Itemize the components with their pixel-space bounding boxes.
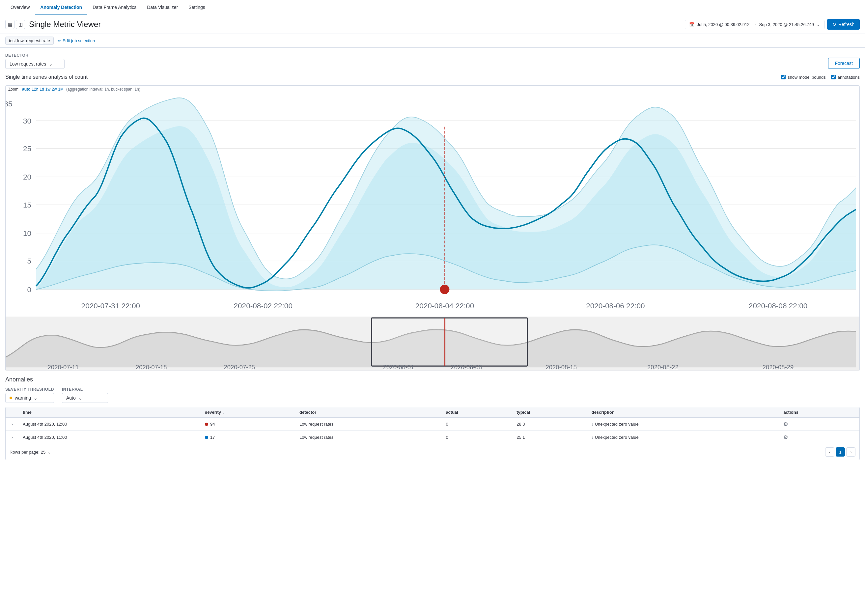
desc-text: Unexpected zero value xyxy=(595,435,639,440)
filters-row: Severity threshold warning ⌄ Interval Au… xyxy=(5,387,860,403)
table-header-row: time severity ↓ detector actual typical … xyxy=(6,407,859,418)
col-description: description xyxy=(588,407,780,418)
chevron-down-icon: ⌄ xyxy=(49,61,53,66)
zoom-auto[interactable]: auto xyxy=(22,87,30,91)
date-range: 📅 Jul 5, 2020 @ 00:39:02.912 → Sep 3, 20… xyxy=(685,19,860,30)
row-description: ↓ Unexpected zero value xyxy=(588,431,780,444)
svg-text:2020-08-08 22:00: 2020-08-08 22:00 xyxy=(749,302,808,310)
header-icons: ▩ ◫ xyxy=(5,20,25,29)
main-content: Detector Low request rates ⌄ Forecast Si… xyxy=(0,48,865,465)
gear-icon[interactable]: ⚙ xyxy=(783,421,788,427)
top-nav: Overview Anomaly Detection Data Frame An… xyxy=(0,0,865,15)
severity-dot-red xyxy=(205,423,208,426)
row-severity: 94 xyxy=(201,418,295,431)
detector-select[interactable]: Low request rates ⌄ xyxy=(5,59,64,69)
edit-job-selection-link[interactable]: ✏ Edit job selection xyxy=(58,38,95,43)
chart-title: Single time series analysis of count xyxy=(5,74,88,80)
show-model-bounds-checkbox[interactable]: show model bounds xyxy=(781,75,826,80)
nav-overview[interactable]: Overview xyxy=(5,0,35,15)
svg-text:0: 0 xyxy=(27,286,31,294)
pagination: Rows per page: 25 ⌄ ‹ 1 › xyxy=(6,444,859,460)
row-description: ↓ Unexpected zero value xyxy=(588,418,780,431)
svg-rect-23 xyxy=(372,318,527,366)
annotations-input[interactable] xyxy=(831,75,836,79)
mini-chart-svg[interactable]: 2020-07-11 2020-07-18 2020-07-25 2020-08… xyxy=(6,317,859,371)
anomalies-table-wrapper: time severity ↓ detector actual typical … xyxy=(5,407,860,460)
interval-select[interactable]: Auto ⌄ xyxy=(62,393,108,403)
next-page-btn[interactable]: › xyxy=(846,447,856,457)
expand-icon[interactable]: › xyxy=(9,421,15,427)
model-bounds-input[interactable] xyxy=(781,75,786,79)
page-controls: ‹ 1 › xyxy=(825,447,856,457)
page-1-btn[interactable]: 1 xyxy=(836,447,845,457)
svg-text:2020-07-18: 2020-07-18 xyxy=(136,364,167,371)
svg-text:2020-07-31 22:00: 2020-07-31 22:00 xyxy=(82,302,140,310)
row-actions[interactable]: ⚙ xyxy=(779,418,859,431)
date-picker[interactable]: 📅 Jul 5, 2020 @ 00:39:02.912 → Sep 3, 20… xyxy=(685,20,824,29)
svg-text:2020-08-06 22:00: 2020-08-06 22:00 xyxy=(586,302,645,310)
zoom-1w[interactable]: 1w xyxy=(46,87,50,91)
severity-value: warning xyxy=(15,395,31,401)
svg-text:2020-08-04 22:00: 2020-08-04 22:00 xyxy=(415,302,474,310)
nav-settings[interactable]: Settings xyxy=(183,0,210,15)
desc-arrow-icon: ↓ xyxy=(592,422,593,427)
anomalies-section: Anomalies Severity threshold warning ⌄ I… xyxy=(5,376,860,460)
svg-text:20: 20 xyxy=(23,173,31,181)
annotations-checkbox[interactable]: annotations xyxy=(831,75,860,80)
svg-text:2020-08-15: 2020-08-15 xyxy=(546,364,577,371)
date-arrow: → xyxy=(752,22,757,27)
annotations-label: annotations xyxy=(838,75,860,80)
forecast-button[interactable]: Forecast xyxy=(828,58,860,69)
severity-threshold-select[interactable]: warning ⌄ xyxy=(5,393,54,403)
prev-page-btn[interactable]: ‹ xyxy=(825,447,834,457)
zoom-1m[interactable]: 1M xyxy=(58,87,64,91)
row-actions[interactable]: ⚙ xyxy=(779,431,859,444)
row-expand-btn[interactable]: › xyxy=(6,431,19,444)
sort-icon: ↓ xyxy=(222,410,224,415)
interval-label: Interval xyxy=(62,387,108,392)
chevron-down-icon: ⌄ xyxy=(34,395,38,401)
zoom-label: Zoom: xyxy=(8,87,19,91)
refresh-icon: ↻ xyxy=(832,22,836,27)
row-time: August 4th 2020, 11:00 xyxy=(19,431,201,444)
nav-anomaly-detection[interactable]: Anomaly Detection xyxy=(35,0,87,15)
detector-control: Detector Low request rates ⌄ xyxy=(5,53,64,69)
svg-text:5: 5 xyxy=(27,257,31,265)
zoom-2w[interactable]: 2w xyxy=(52,87,57,91)
severity-number: 94 xyxy=(210,422,215,427)
chart-icon-btn[interactable]: ▩ xyxy=(5,20,14,29)
svg-text:2020-08-22: 2020-08-22 xyxy=(647,364,678,371)
zoom-12h[interactable]: 12h xyxy=(31,87,38,91)
svg-text:30: 30 xyxy=(23,117,31,125)
severity-badge: 94 xyxy=(205,422,292,427)
detector-label: Detector xyxy=(5,53,64,58)
zoom-1d[interactable]: 1d xyxy=(39,87,44,91)
job-bar: test-low_request_rate ✏ Edit job selecti… xyxy=(0,34,865,48)
show-model-bounds-label: show model bounds xyxy=(788,75,826,80)
svg-text:2020-08-29: 2020-08-29 xyxy=(763,364,794,371)
job-tag: test-low_request_rate xyxy=(5,36,54,45)
severity-threshold-group: Severity threshold warning ⌄ xyxy=(5,387,54,403)
nav-data-visualizer[interactable]: Data Visualizer xyxy=(142,0,183,15)
desc-arrow-icon: ↓ xyxy=(592,435,593,440)
col-time: time xyxy=(19,407,201,418)
row-expand-btn[interactable]: › xyxy=(6,418,19,431)
calendar-icon: 📅 xyxy=(689,22,694,27)
svg-text:15: 15 xyxy=(23,201,31,209)
svg-point-16 xyxy=(440,284,450,294)
severity-dot xyxy=(9,397,12,399)
rows-per-page[interactable]: Rows per page: 25 ⌄ xyxy=(9,449,51,454)
grid-icon-btn[interactable]: ◫ xyxy=(16,20,25,29)
expand-icon[interactable]: › xyxy=(9,434,15,440)
table-row: › August 4th 2020, 11:00 17 Low request … xyxy=(6,431,859,444)
chart-container: Zoom: auto 12h 1d 1w 2w 1M (aggregation … xyxy=(5,85,860,371)
svg-text:2020-08-01: 2020-08-01 xyxy=(383,364,414,371)
col-severity[interactable]: severity ↓ xyxy=(201,407,295,418)
nav-data-frame-analytics[interactable]: Data Frame Analytics xyxy=(87,0,142,15)
gear-icon[interactable]: ⚙ xyxy=(783,434,788,440)
refresh-button[interactable]: ↻ Refresh xyxy=(827,19,860,30)
chart-section: Single time series analysis of count sho… xyxy=(5,74,860,371)
severity-threshold-label: Severity threshold xyxy=(5,387,54,392)
col-detector: detector xyxy=(295,407,442,418)
col-expand xyxy=(6,407,19,418)
